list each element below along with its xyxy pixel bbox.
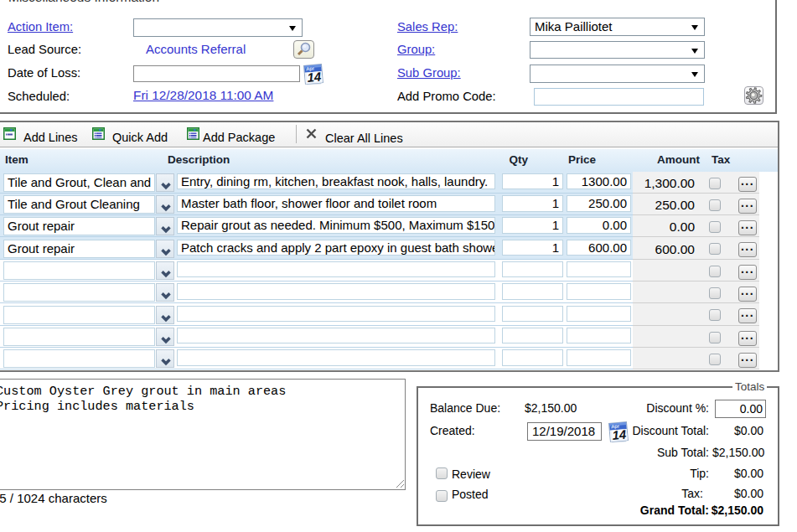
svg-text:14: 14: [306, 69, 322, 84]
